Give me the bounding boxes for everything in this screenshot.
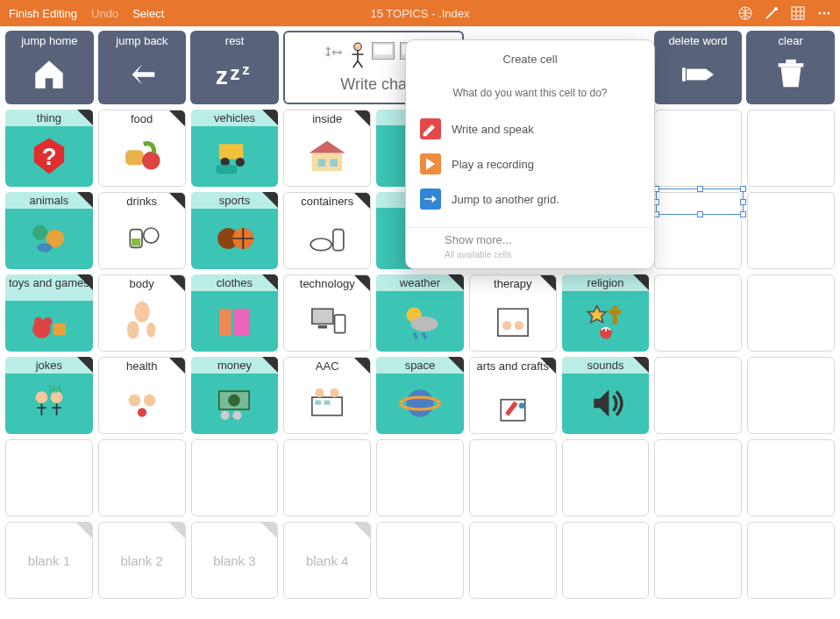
- topic-cell-inside[interactable]: inside: [283, 110, 371, 187]
- topic-cell-toys-and-games[interactable]: toys and games: [5, 274, 93, 352]
- topic-cell-therapy[interactable]: therapy: [469, 274, 557, 352]
- option-write-speak-label: Write and speak: [452, 123, 534, 136]
- back-arrow-icon: [100, 50, 185, 99]
- select-button[interactable]: Select: [132, 7, 164, 20]
- empty-cell[interactable]: [747, 110, 835, 187]
- empty-cell[interactable]: [5, 439, 93, 516]
- containers-icon: [284, 210, 370, 268]
- delete-word-cell[interactable]: delete word: [654, 31, 743, 104]
- person-icon: [349, 42, 367, 72]
- rest-cell[interactable]: rest: [190, 31, 279, 104]
- delete-word-label: delete word: [668, 34, 727, 47]
- blank-label: blank 2: [120, 553, 162, 568]
- topic-cell-containers[interactable]: containers: [283, 192, 371, 269]
- resize-arrows-icon: [324, 42, 344, 72]
- show-more-subtitle: All available cells: [406, 250, 654, 263]
- sleep-icon: [192, 50, 277, 99]
- topic-cell-drinks[interactable]: drinks: [98, 192, 186, 269]
- empty-cell[interactable]: [654, 522, 742, 599]
- tech-icon: [284, 292, 370, 351]
- undo-button[interactable]: Undo: [91, 7, 118, 20]
- empty-cell[interactable]: [562, 439, 650, 516]
- empty-cell[interactable]: [747, 357, 835, 434]
- option-jump-grid[interactable]: Jump to another grid.: [406, 181, 654, 217]
- topic-cell-health[interactable]: health: [98, 357, 186, 434]
- health-icon: [99, 374, 185, 433]
- empty-cell[interactable]: [747, 192, 835, 269]
- blank-label: blank 1: [28, 553, 70, 568]
- religion-icon: [562, 291, 650, 352]
- device-icon: [372, 42, 395, 72]
- topic-cell-AAC[interactable]: AAC: [283, 357, 371, 434]
- grid-icon[interactable]: [791, 6, 805, 20]
- show-more-link[interactable]: Show more...: [406, 233, 654, 250]
- blank-label: blank 3: [213, 553, 255, 568]
- topic-cell-thing[interactable]: thing: [5, 110, 93, 187]
- jump-back-label: jump back: [116, 34, 167, 47]
- globe-icon[interactable]: [738, 6, 752, 20]
- empty-cell[interactable]: [747, 439, 835, 516]
- clothes-icon: [191, 291, 279, 352]
- rest-label: rest: [225, 34, 245, 47]
- blank-cell[interactable]: blank 3: [191, 522, 279, 599]
- empty-cell[interactable]: [747, 274, 835, 352]
- jump-home-cell[interactable]: jump home: [5, 31, 94, 104]
- empty-cell[interactable]: [376, 439, 464, 516]
- topic-cell-sports[interactable]: sports: [191, 192, 279, 269]
- vehicles-icon: [191, 126, 279, 187]
- topic-cell-money[interactable]: money: [191, 357, 279, 434]
- topic-cell-vehicles[interactable]: vehicles: [191, 110, 279, 187]
- empty-cell[interactable]: [283, 439, 371, 516]
- empty-cell[interactable]: [747, 522, 835, 599]
- option-play-recording[interactable]: Play a recording: [406, 146, 654, 181]
- space-icon: [376, 374, 464, 434]
- blank-label: blank 4: [306, 553, 348, 568]
- empty-cell[interactable]: [562, 522, 650, 599]
- delete-word-icon: [656, 50, 741, 99]
- empty-cell[interactable]: [654, 357, 742, 434]
- jump-back-cell[interactable]: jump back: [98, 31, 187, 104]
- topic-cell-sounds[interactable]: sounds: [562, 357, 650, 434]
- topic-cell-arts-and-crafts[interactable]: arts and crafts: [469, 357, 557, 434]
- animals-icon: [5, 209, 93, 269]
- toys-icon: [5, 301, 93, 352]
- topic-cell-body[interactable]: body: [98, 274, 186, 352]
- topic-cell-weather[interactable]: weather: [376, 274, 464, 352]
- topic-cell-space[interactable]: space: [376, 357, 464, 434]
- weather-icon: [376, 291, 464, 352]
- sounds-icon: [562, 374, 650, 434]
- popover-subtitle: What do you want this cell to do?: [406, 75, 654, 111]
- empty-cell[interactable]: [654, 192, 742, 269]
- empty-cell[interactable]: [98, 439, 186, 516]
- topic-cell-religion[interactable]: religion: [562, 274, 650, 352]
- empty-cell[interactable]: [654, 439, 742, 516]
- house-icon: [284, 127, 370, 186]
- topic-cell-animals[interactable]: animals: [5, 192, 93, 269]
- aac-icon: [284, 374, 370, 433]
- option-write-speak[interactable]: Write and speak: [406, 111, 654, 146]
- arts-icon: [470, 384, 556, 433]
- finish-editing-button[interactable]: Finish Editing: [9, 7, 77, 20]
- topic-cell-jokes[interactable]: jokes: [5, 357, 93, 434]
- empty-cell[interactable]: [654, 274, 742, 352]
- blank-cell[interactable]: blank 1: [5, 522, 93, 599]
- blank-cell[interactable]: blank 2: [98, 522, 186, 599]
- empty-cell[interactable]: [469, 439, 557, 516]
- empty-cell[interactable]: [191, 439, 279, 516]
- empty-cell[interactable]: [376, 522, 464, 599]
- pencil-icon: [420, 118, 441, 139]
- wand-icon[interactable]: [765, 6, 779, 20]
- topic-cell-clothes[interactable]: clothes: [191, 274, 279, 352]
- body-icon: [99, 292, 185, 351]
- trash-icon: [748, 50, 833, 99]
- empty-cell[interactable]: [654, 110, 742, 187]
- topic-cell-food[interactable]: food: [98, 110, 186, 187]
- topic-cell-technology[interactable]: technology: [283, 274, 371, 352]
- blank-cell[interactable]: blank 4: [283, 522, 371, 599]
- clear-cell[interactable]: clear: [746, 31, 835, 104]
- arrow-right-icon: [420, 189, 441, 210]
- therapy-icon: [470, 292, 556, 351]
- more-icon[interactable]: [817, 6, 831, 20]
- option-play-recording-label: Play a recording: [452, 158, 534, 171]
- empty-cell[interactable]: [469, 522, 557, 599]
